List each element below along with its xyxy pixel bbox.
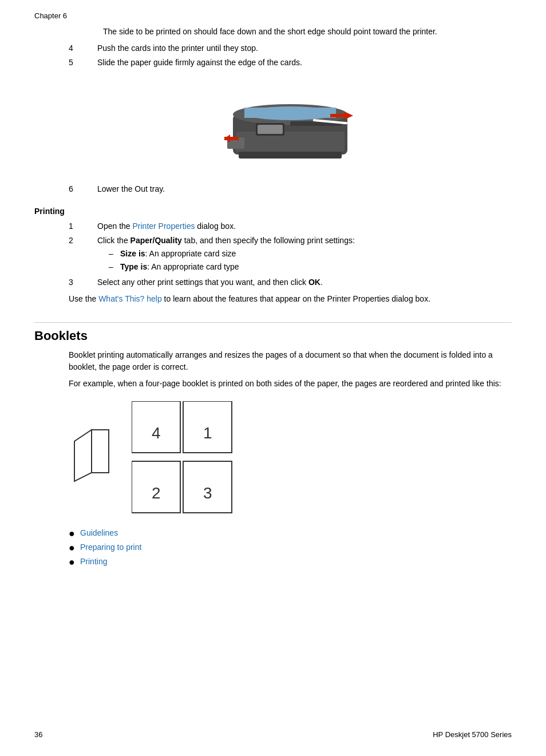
bullet-item-guidelines: ● Guidelines <box>69 527 512 539</box>
page: Chapter 6 The side to be printed on shou… <box>0 0 546 756</box>
svg-rect-13 <box>224 137 239 140</box>
printing-steps: 1 Open the Printer Properties dialog box… <box>69 220 512 288</box>
booklets-para2: For example, when a four-page booklet is… <box>69 378 512 390</box>
bullet-icon-1: ● <box>69 528 80 539</box>
step-5: 5 Slide the paper guide firmly against t… <box>69 57 512 69</box>
printer-properties-link[interactable]: Printer Properties <box>133 221 195 231</box>
sub-item-size: – Size is: An appropriate card size <box>109 248 355 260</box>
bullet-icon-2: ● <box>69 543 80 553</box>
svg-marker-9 <box>345 112 353 120</box>
svg-rect-16 <box>92 430 109 473</box>
printer-image <box>221 80 359 172</box>
dash-1: – <box>109 248 120 260</box>
step-6-num: 6 <box>69 183 97 195</box>
dash-2: – <box>109 261 120 273</box>
footer: 36 HP Deskjet 5700 Series <box>34 730 512 739</box>
printing-link[interactable]: Printing <box>80 556 107 568</box>
product-name: HP Deskjet 5700 Series <box>433 730 512 739</box>
svg-text:2: 2 <box>152 484 161 502</box>
svg-rect-6 <box>258 125 283 134</box>
booklets-heading: Booklets <box>34 322 512 343</box>
step-6: 6 Lower the Out tray. <box>69 183 512 195</box>
svg-marker-15 <box>74 430 92 481</box>
steps-top-list: 4 Push the cards into the printer until … <box>69 42 512 69</box>
step-5-num: 5 <box>69 57 97 69</box>
step-5-text: Slide the paper guide firmly against the… <box>97 57 302 69</box>
printing-step-2-num: 2 <box>69 235 97 274</box>
printer-image-container <box>69 80 512 172</box>
svg-rect-2 <box>236 132 345 152</box>
printing-step-2-text: Click the Paper/Quality tab, and then sp… <box>97 235 355 274</box>
chapter-label: Chapter 6 <box>34 11 512 20</box>
sub-item-type: – Type is: An appropriate card type <box>109 261 355 273</box>
printing-step-1-num: 1 <box>69 220 97 232</box>
svg-text:1: 1 <box>203 424 212 442</box>
intro-text: The side to be printed on should face do… <box>103 26 512 38</box>
use-text: Use the What's This? help to learn about… <box>69 293 512 305</box>
booklet-diagram: 4 1 2 3 <box>69 401 512 516</box>
whats-this-link[interactable]: What's This? help <box>98 294 162 303</box>
printing-step-3-num: 3 <box>69 276 97 288</box>
printing-step-3: 3 Select any other print settings that y… <box>69 276 512 288</box>
step-4: 4 Push the cards into the printer until … <box>69 42 512 54</box>
type-is-text: Type is: An appropriate card type <box>120 261 239 273</box>
size-is-text: Size is: An appropriate card size <box>120 248 236 260</box>
svg-rect-10 <box>330 114 345 117</box>
printing-step-1-text: Open the Printer Properties dialog box. <box>97 220 236 232</box>
page-number: 36 <box>34 730 42 739</box>
step-6-text: Lower the Out tray. <box>97 183 165 195</box>
paper-quality-bold: Paper/Quality <box>130 236 182 245</box>
printing-step-2: 2 Click the Paper/Quality tab, and then … <box>69 235 512 274</box>
booklets-para1: Booklet printing automatically arranges … <box>69 349 512 373</box>
booklet-icon <box>69 424 114 493</box>
step-4-text: Push the cards into the printer until th… <box>97 42 258 54</box>
svg-text:4: 4 <box>152 424 161 442</box>
bullet-icon-3: ● <box>69 557 80 567</box>
svg-rect-14 <box>239 152 342 159</box>
step-6-container: 6 Lower the Out tray. <box>69 183 512 195</box>
sub-list: – Size is: An appropriate card size – Ty… <box>109 248 355 273</box>
printing-heading: Printing <box>34 207 512 216</box>
bullet-item-preparing: ● Preparing to print <box>69 541 512 553</box>
printing-step-1: 1 Open the Printer Properties dialog box… <box>69 220 512 232</box>
svg-rect-4 <box>244 108 336 118</box>
guidelines-link[interactable]: Guidelines <box>80 527 118 539</box>
bullet-list: ● Guidelines ● Preparing to print ● Prin… <box>69 527 512 568</box>
pages-diagram: 4 1 2 3 <box>132 401 235 516</box>
bullet-item-printing: ● Printing <box>69 556 512 568</box>
printing-step-3-text: Select any other print settings that you… <box>97 276 323 288</box>
step-4-num: 4 <box>69 42 97 54</box>
svg-text:3: 3 <box>203 484 212 502</box>
preparing-link[interactable]: Preparing to print <box>80 541 141 553</box>
ok-bold: OK <box>308 278 321 287</box>
